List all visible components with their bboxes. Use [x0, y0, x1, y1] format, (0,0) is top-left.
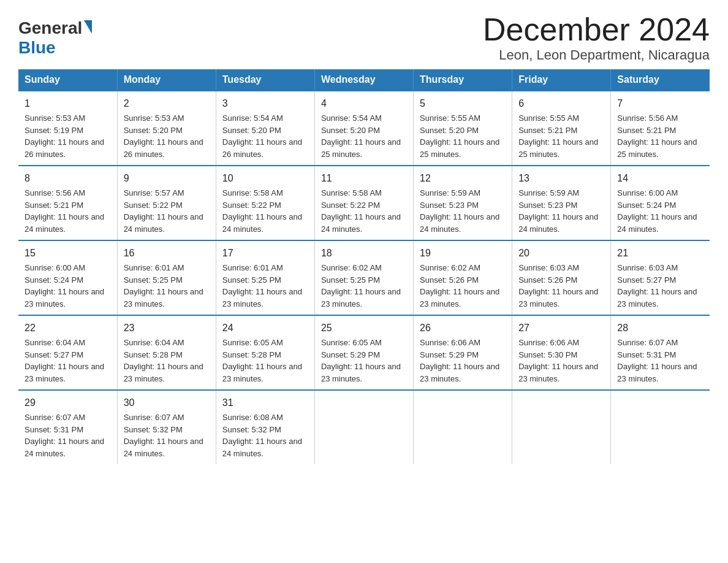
- col-saturday: Saturday: [611, 69, 710, 91]
- day-info: Sunrise: 6:07 AMSunset: 5:31 PMDaylight:…: [25, 413, 104, 458]
- day-info: Sunrise: 6:02 AMSunset: 5:26 PMDaylight:…: [420, 263, 499, 308]
- day-number: 28: [617, 321, 703, 335]
- day-info: Sunrise: 6:03 AMSunset: 5:27 PMDaylight:…: [617, 263, 697, 308]
- day-info: Sunrise: 6:05 AMSunset: 5:29 PMDaylight:…: [321, 338, 401, 383]
- day-info: Sunrise: 5:56 AMSunset: 5:21 PMDaylight:…: [25, 188, 104, 234]
- calendar-cell: 14Sunrise: 6:00 AMSunset: 5:24 PMDayligh…: [611, 166, 710, 240]
- title-block: December 2024 Leon, Leon Department, Nic…: [483, 12, 710, 63]
- calendar-cell: 31Sunrise: 6:08 AMSunset: 5:32 PMDayligh…: [216, 390, 314, 464]
- day-number: 9: [124, 171, 210, 186]
- calendar-cell: 29Sunrise: 6:07 AMSunset: 5:31 PMDayligh…: [18, 390, 117, 464]
- calendar-cell: 23Sunrise: 6:04 AMSunset: 5:28 PMDayligh…: [117, 315, 216, 390]
- day-info: Sunrise: 6:06 AMSunset: 5:29 PMDaylight:…: [420, 338, 499, 383]
- day-number: 26: [420, 321, 506, 335]
- calendar-title: December 2024: [483, 12, 710, 47]
- calendar-cell: 17Sunrise: 6:01 AMSunset: 5:25 PMDayligh…: [216, 240, 314, 315]
- day-number: 24: [222, 321, 308, 335]
- calendar-cell: 8Sunrise: 5:56 AMSunset: 5:21 PMDaylight…: [18, 166, 117, 240]
- calendar-week-3: 15Sunrise: 6:00 AMSunset: 5:24 PMDayligh…: [18, 240, 710, 315]
- day-info: Sunrise: 5:58 AMSunset: 5:22 PMDaylight:…: [321, 188, 401, 234]
- day-info: Sunrise: 6:07 AMSunset: 5:31 PMDaylight:…: [617, 338, 697, 383]
- day-number: 31: [222, 396, 308, 410]
- calendar-cell: [512, 390, 611, 464]
- calendar-cell: 15Sunrise: 6:00 AMSunset: 5:24 PMDayligh…: [18, 240, 117, 315]
- logo: General Blue: [18, 18, 92, 58]
- calendar-cell: [414, 390, 512, 464]
- day-info: Sunrise: 5:53 AMSunset: 5:20 PMDaylight:…: [124, 113, 203, 159]
- day-number: 1: [25, 96, 111, 111]
- calendar-cell: 3Sunrise: 5:54 AMSunset: 5:20 PMDaylight…: [216, 91, 314, 166]
- calendar-cell: 9Sunrise: 5:57 AMSunset: 5:22 PMDaylight…: [117, 166, 216, 240]
- day-info: Sunrise: 5:56 AMSunset: 5:21 PMDaylight:…: [617, 113, 697, 159]
- day-number: 6: [518, 96, 604, 111]
- day-info: Sunrise: 6:00 AMSunset: 5:24 PMDaylight:…: [617, 188, 697, 234]
- calendar-cell: [314, 390, 413, 464]
- calendar-week-4: 22Sunrise: 6:04 AMSunset: 5:27 PMDayligh…: [18, 315, 710, 390]
- col-friday: Friday: [512, 69, 611, 91]
- col-wednesday: Wednesday: [314, 69, 413, 91]
- calendar-week-1: 1Sunrise: 5:53 AMSunset: 5:19 PMDaylight…: [18, 91, 710, 166]
- calendar-cell: 21Sunrise: 6:03 AMSunset: 5:27 PMDayligh…: [611, 240, 710, 315]
- logo-triangle-icon: [84, 20, 92, 34]
- day-number: 21: [617, 246, 703, 261]
- col-thursday: Thursday: [414, 69, 512, 91]
- day-number: 4: [321, 96, 407, 111]
- day-number: 12: [420, 171, 506, 186]
- calendar-body: 1Sunrise: 5:53 AMSunset: 5:19 PMDaylight…: [18, 91, 710, 464]
- calendar-cell: 27Sunrise: 6:06 AMSunset: 5:30 PMDayligh…: [512, 315, 611, 390]
- calendar-cell: 16Sunrise: 6:01 AMSunset: 5:25 PMDayligh…: [117, 240, 216, 315]
- calendar-cell: 13Sunrise: 5:59 AMSunset: 5:23 PMDayligh…: [512, 166, 611, 240]
- day-number: 27: [518, 321, 604, 335]
- day-number: 8: [25, 171, 111, 186]
- calendar-cell: 28Sunrise: 6:07 AMSunset: 5:31 PMDayligh…: [611, 315, 710, 390]
- calendar-cell: 11Sunrise: 5:58 AMSunset: 5:22 PMDayligh…: [314, 166, 413, 240]
- day-info: Sunrise: 6:05 AMSunset: 5:28 PMDaylight:…: [222, 338, 302, 383]
- logo-general-text: General: [18, 18, 82, 38]
- day-info: Sunrise: 5:59 AMSunset: 5:23 PMDaylight:…: [420, 188, 499, 234]
- day-number: 29: [25, 396, 111, 410]
- calendar-table: Sunday Monday Tuesday Wednesday Thursday…: [18, 69, 710, 464]
- day-number: 25: [321, 321, 407, 335]
- day-number: 23: [124, 321, 210, 335]
- day-info: Sunrise: 5:55 AMSunset: 5:20 PMDaylight:…: [420, 113, 499, 159]
- calendar-cell: 26Sunrise: 6:06 AMSunset: 5:29 PMDayligh…: [414, 315, 512, 390]
- calendar-cell: 19Sunrise: 6:02 AMSunset: 5:26 PMDayligh…: [414, 240, 512, 315]
- calendar-cell: 6Sunrise: 5:55 AMSunset: 5:21 PMDaylight…: [512, 91, 611, 166]
- calendar-cell: 4Sunrise: 5:54 AMSunset: 5:20 PMDaylight…: [314, 91, 413, 166]
- calendar-cell: 24Sunrise: 6:05 AMSunset: 5:28 PMDayligh…: [216, 315, 314, 390]
- calendar-cell: 25Sunrise: 6:05 AMSunset: 5:29 PMDayligh…: [314, 315, 413, 390]
- calendar-week-2: 8Sunrise: 5:56 AMSunset: 5:21 PMDaylight…: [18, 166, 710, 240]
- day-info: Sunrise: 5:58 AMSunset: 5:22 PMDaylight:…: [222, 188, 302, 234]
- header-row: Sunday Monday Tuesday Wednesday Thursday…: [18, 69, 710, 91]
- day-number: 13: [518, 171, 604, 186]
- day-info: Sunrise: 6:06 AMSunset: 5:30 PMDaylight:…: [518, 338, 598, 383]
- day-number: 5: [420, 96, 506, 111]
- calendar-cell: 20Sunrise: 6:03 AMSunset: 5:26 PMDayligh…: [512, 240, 611, 315]
- day-number: 2: [124, 96, 210, 111]
- day-number: 14: [617, 171, 703, 186]
- day-number: 18: [321, 246, 407, 261]
- day-info: Sunrise: 6:03 AMSunset: 5:26 PMDaylight:…: [518, 263, 598, 308]
- logo-blue-text: Blue: [18, 38, 92, 58]
- day-number: 20: [518, 246, 604, 261]
- day-number: 3: [222, 96, 308, 111]
- calendar-subtitle: Leon, Leon Department, Nicaragua: [483, 47, 710, 63]
- calendar-cell: 30Sunrise: 6:07 AMSunset: 5:32 PMDayligh…: [117, 390, 216, 464]
- day-number: 22: [25, 321, 111, 335]
- col-sunday: Sunday: [18, 69, 117, 91]
- calendar-cell: 7Sunrise: 5:56 AMSunset: 5:21 PMDaylight…: [611, 91, 710, 166]
- day-number: 16: [124, 246, 210, 261]
- day-info: Sunrise: 5:55 AMSunset: 5:21 PMDaylight:…: [518, 113, 598, 159]
- day-info: Sunrise: 5:59 AMSunset: 5:23 PMDaylight:…: [518, 188, 598, 234]
- day-info: Sunrise: 5:57 AMSunset: 5:22 PMDaylight:…: [124, 188, 203, 234]
- calendar-cell: 5Sunrise: 5:55 AMSunset: 5:20 PMDaylight…: [414, 91, 512, 166]
- day-info: Sunrise: 6:02 AMSunset: 5:25 PMDaylight:…: [321, 263, 401, 308]
- calendar-cell: 22Sunrise: 6:04 AMSunset: 5:27 PMDayligh…: [18, 315, 117, 390]
- day-number: 17: [222, 246, 308, 261]
- calendar-header: Sunday Monday Tuesday Wednesday Thursday…: [18, 69, 710, 91]
- day-number: 10: [222, 171, 308, 186]
- calendar-cell: 2Sunrise: 5:53 AMSunset: 5:20 PMDaylight…: [117, 91, 216, 166]
- day-number: 19: [420, 246, 506, 261]
- day-info: Sunrise: 6:08 AMSunset: 5:32 PMDaylight:…: [222, 413, 302, 458]
- day-number: 30: [124, 396, 210, 410]
